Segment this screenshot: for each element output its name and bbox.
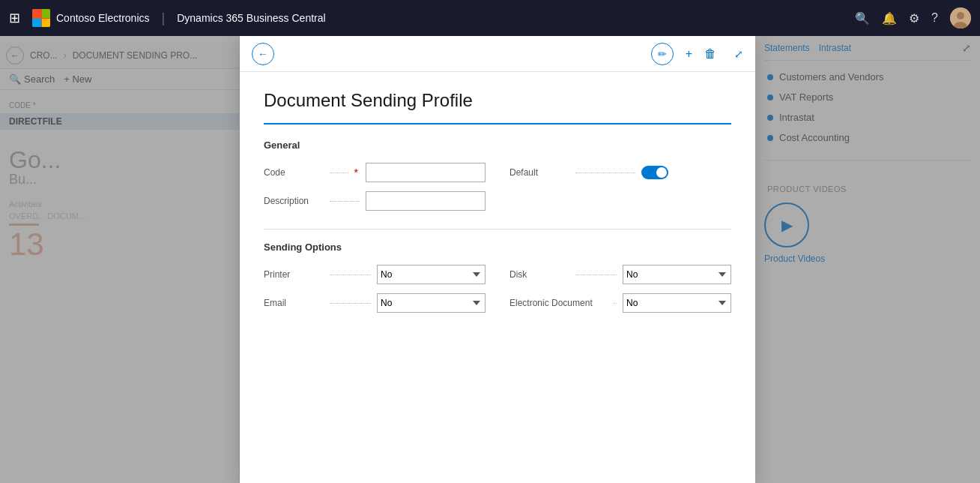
brand: Contoso Electronics (32, 9, 150, 27)
printer-field: Printer No Yes (264, 265, 486, 284)
default-field: Default (509, 163, 731, 182)
code-label: Code (264, 167, 324, 178)
default-label: Default (509, 167, 569, 178)
brand-name: Contoso Electronics (56, 12, 150, 24)
default-toggle[interactable] (641, 166, 668, 179)
modal-title: Document Sending Profile (264, 90, 731, 111)
toggle-track[interactable] (641, 166, 668, 179)
modal-toolbar: ← ✏ + 🗑 ⤢ (240, 36, 755, 72)
delete-button[interactable]: 🗑 (704, 47, 716, 61)
avatar[interactable] (950, 8, 971, 28)
nav-separator: | (162, 10, 166, 26)
help-icon[interactable]: ? (931, 11, 938, 25)
email-label: Email (264, 298, 324, 308)
svg-point-1 (957, 12, 964, 20)
disk-field: Disk No Yes (509, 265, 731, 284)
printer-label: Printer (264, 269, 324, 280)
email-select[interactable]: No Yes (377, 293, 486, 313)
top-navigation: ⊞ Contoso Electronics | Dynamics 365 Bus… (0, 0, 980, 36)
main-layout: ← CRO... › DOCUMENT SENDING PRO... 🔍 Sea… (0, 36, 980, 483)
general-section-title: General (264, 140, 731, 151)
modal-back-button[interactable]: ← (252, 43, 274, 65)
description-field: Description (264, 191, 486, 211)
disk-select[interactable]: No Yes (623, 265, 731, 284)
edit-button[interactable]: ✏ (651, 43, 674, 65)
expand-icon[interactable]: ⤢ (734, 48, 743, 60)
code-required-indicator: * (354, 166, 358, 178)
printer-select[interactable]: No Yes (377, 265, 486, 284)
notification-icon[interactable]: 🔔 (882, 11, 897, 26)
app-name: Dynamics 365 Business Central (177, 12, 325, 24)
modal-divider (264, 123, 731, 124)
electronic-document-select[interactable]: No Yes (623, 293, 731, 313)
modal-toolbar-actions: ✏ + 🗑 ⤢ (651, 43, 743, 65)
search-icon[interactable]: 🔍 (855, 11, 870, 26)
nav-right-icons: 🔍 🔔 ⚙ ? (855, 8, 971, 28)
modal-panel: ← ✏ + 🗑 ⤢ Document Sending Profile Gener… (240, 36, 755, 483)
edit-icon: ✏ (658, 48, 667, 60)
waffle-icon[interactable]: ⊞ (9, 10, 20, 26)
general-form: Code * Default Descr (264, 163, 731, 211)
code-field: Code * (264, 163, 486, 182)
empty-cell (509, 191, 731, 211)
sending-options-form: Printer No Yes Disk No Yes (264, 265, 731, 313)
disk-label: Disk (509, 269, 569, 280)
email-field: Email No Yes (264, 293, 486, 313)
modal-content: Document Sending Profile General Code * … (240, 72, 755, 483)
settings-icon[interactable]: ⚙ (909, 11, 919, 26)
electronic-document-field: Electronic Document No Yes (509, 293, 731, 313)
code-input[interactable] (366, 163, 486, 182)
brand-logo (32, 9, 50, 27)
description-input[interactable] (366, 191, 486, 211)
add-button[interactable]: + (686, 47, 692, 61)
sending-options-divider (264, 229, 731, 230)
sending-options-section-title: Sending Options (264, 242, 731, 253)
electronic-document-label: Electronic Document (509, 298, 607, 308)
description-label: Description (264, 196, 324, 206)
modal-back-icon: ← (258, 48, 268, 60)
toggle-thumb (656, 167, 667, 178)
